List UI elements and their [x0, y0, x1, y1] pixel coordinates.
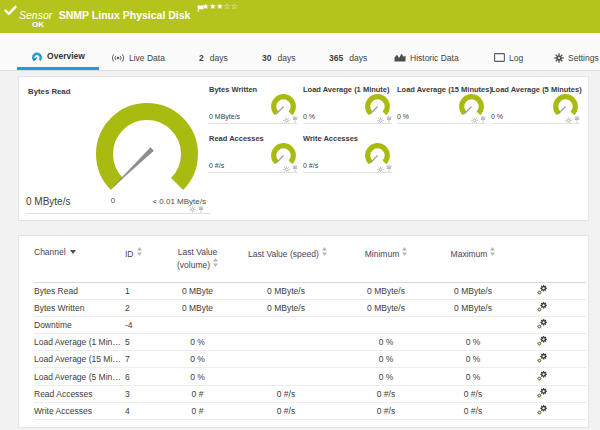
column-header-minimum[interactable]: Minimum: [324, 236, 448, 282]
channel-settings-gears-icon[interactable]: [536, 335, 548, 347]
gauge-value: 0 %: [303, 113, 315, 120]
tab-30-days[interactable]: 30days: [262, 33, 295, 70]
tab-historic-data[interactable]: Historic Data: [394, 33, 459, 70]
gauge-value: 0 #/s: [209, 162, 224, 169]
cell-minimum: 0 %: [324, 351, 448, 368]
tab-label: Overview: [47, 51, 85, 61]
cell-channel[interactable]: Downtime: [34, 316, 123, 333]
tab-2-days[interactable]: 2days: [199, 33, 228, 70]
channel-settings-gears-icon[interactable]: [536, 404, 548, 416]
cell-minimum: [324, 316, 448, 333]
divider: [26, 213, 211, 214]
gauge-value: 0 #/s: [303, 162, 318, 169]
channel-settings-gears-icon[interactable]: [536, 318, 548, 330]
cell-last-volume: 0 #: [147, 385, 248, 402]
cell-id: 4: [123, 402, 147, 419]
divider: [303, 123, 392, 124]
cell-last-speed: 0 MByte/s: [248, 282, 324, 299]
cell-id: 6: [123, 368, 147, 385]
cell-maximum: 0 %: [448, 351, 498, 368]
channel-settings-gears-icon[interactable]: [536, 387, 548, 399]
cell-last-volume: 0 MByte: [147, 299, 248, 316]
cell-last-volume: [147, 316, 248, 333]
cell-last-volume: 0 %: [147, 351, 248, 368]
table-row[interactable]: Bytes Read 1 0 MByte 0 MByte/s 0 MByte/s…: [34, 282, 586, 299]
tab-log[interactable]: Log: [494, 33, 523, 70]
cell-last-volume: 0 #: [147, 402, 248, 419]
tab-bar: Overview Live Data 2days 30days 365days …: [0, 33, 600, 71]
cell-maximum: 0 %: [448, 368, 498, 385]
channel-settings-gears-icon[interactable]: [536, 301, 548, 313]
column-header-last-value-speed[interactable]: Last Value (speed): [248, 236, 324, 282]
page-icon: [494, 53, 505, 62]
cell-channel[interactable]: Bytes Written: [34, 299, 123, 316]
table-row[interactable]: Bytes Written 2 0 MByte 0 MByte/s 0 MByt…: [34, 299, 586, 316]
tab-365-days[interactable]: 365days: [329, 33, 367, 70]
table-row[interactable]: Write Accesses 4 0 # 0 #/s 0 #/s 0 #/s: [34, 402, 586, 419]
table-row[interactable]: Load Average (5 Minutes) 6 0 % 0 % 0 %: [34, 368, 586, 385]
gauge-title: Read Accesses: [209, 134, 264, 143]
tab-label: Settings: [568, 53, 599, 63]
column-header-actions: [498, 236, 586, 282]
cell-maximum: 0 %: [448, 334, 498, 351]
cell-id: 5: [123, 334, 147, 351]
table-row[interactable]: Downtime -4: [34, 316, 586, 333]
tab-num: 30: [262, 53, 271, 63]
sort-arrows-icon: [322, 247, 327, 259]
tab-label: Live Data: [129, 53, 165, 63]
cell-minimum: 0 %: [324, 334, 448, 351]
tab-overview[interactable]: Overview: [17, 33, 99, 70]
gauge-icon: [31, 51, 43, 62]
tab-live-data[interactable]: Live Data: [111, 33, 165, 70]
gauge-value: 0 %: [491, 113, 503, 120]
table-row[interactable]: Load Average (1 Minute) 5 0 % 0 % 0 %: [34, 334, 586, 351]
cell-channel[interactable]: Load Average (15 Minutes): [34, 351, 123, 368]
cell-id: 2: [123, 299, 147, 316]
divider: [303, 172, 392, 173]
status-badge: OK: [32, 20, 44, 29]
cell-maximum: 0 #/s: [448, 385, 498, 402]
cell-last-volume: 0 MByte: [147, 282, 248, 299]
small-gauge-read-accesses: Read Accesses 0 #/s: [209, 134, 298, 174]
gauge-title: Bytes Written: [209, 85, 257, 94]
channel-settings-gears-icon[interactable]: [536, 370, 548, 382]
cell-id: 7: [123, 351, 147, 368]
table-header-row: Channel ID Last Value (volume) Last Valu…: [34, 236, 586, 282]
gauge-settings-gear-icon[interactable]: [189, 206, 196, 213]
sort-arrows-icon: [402, 247, 407, 259]
cell-channel[interactable]: Load Average (5 Minutes): [34, 368, 123, 385]
cell-maximum: [448, 316, 498, 333]
channel-settings-gears-icon[interactable]: [536, 284, 548, 296]
check-icon: [4, 5, 17, 16]
cell-minimum: 0 #/s: [324, 402, 448, 419]
column-header-maximum[interactable]: Maximum: [448, 236, 498, 282]
column-header-last-value-volume[interactable]: Last Value (volume): [147, 236, 248, 282]
cell-last-speed: [248, 368, 324, 385]
tab-label: Historic Data: [410, 53, 459, 63]
cell-id: 3: [123, 385, 147, 402]
primary-gauge-value: 0 MByte/s: [26, 196, 70, 207]
column-header-id[interactable]: ID: [123, 236, 147, 282]
broadcast-icon: [111, 53, 125, 63]
tab-unit: days: [349, 53, 367, 63]
gauges-panel: Bytes Read 0 MByte/s 0 < 0.01 MByte/s By…: [18, 76, 589, 221]
small-gauge-write-accesses: Write Accesses 0 #/s: [303, 134, 392, 174]
priority-stars[interactable]: ★★★☆☆: [202, 2, 238, 11]
channels-table: Channel ID Last Value (volume) Last Valu…: [34, 236, 586, 420]
small-gauge-load-average-15min: Load Average (15 Minutes) 0 %: [397, 85, 486, 125]
cell-last-speed: [248, 334, 324, 351]
cell-channel[interactable]: Read Accesses: [34, 385, 123, 402]
tab-unit: days: [277, 53, 295, 63]
cell-maximum: 0 MByte/s: [448, 282, 498, 299]
small-gauge-load-average-1min: Load Average (1 Minute) 0 %: [303, 85, 392, 125]
column-header-channel[interactable]: Channel: [34, 236, 123, 282]
cell-channel[interactable]: Bytes Read: [34, 282, 123, 299]
gear-icon: [554, 53, 564, 63]
table-row[interactable]: Load Average (15 Minutes) 7 0 % 0 % 0 %: [34, 351, 586, 368]
cell-channel[interactable]: Write Accesses: [34, 402, 123, 419]
tab-settings[interactable]: Settings: [554, 33, 599, 70]
table-row[interactable]: Read Accesses 3 0 # 0 #/s 0 #/s 0 #/s: [34, 385, 586, 402]
cell-channel[interactable]: Load Average (1 Minute): [34, 334, 123, 351]
channel-settings-gears-icon[interactable]: [536, 352, 548, 364]
cell-last-volume: 0 %: [147, 368, 248, 385]
